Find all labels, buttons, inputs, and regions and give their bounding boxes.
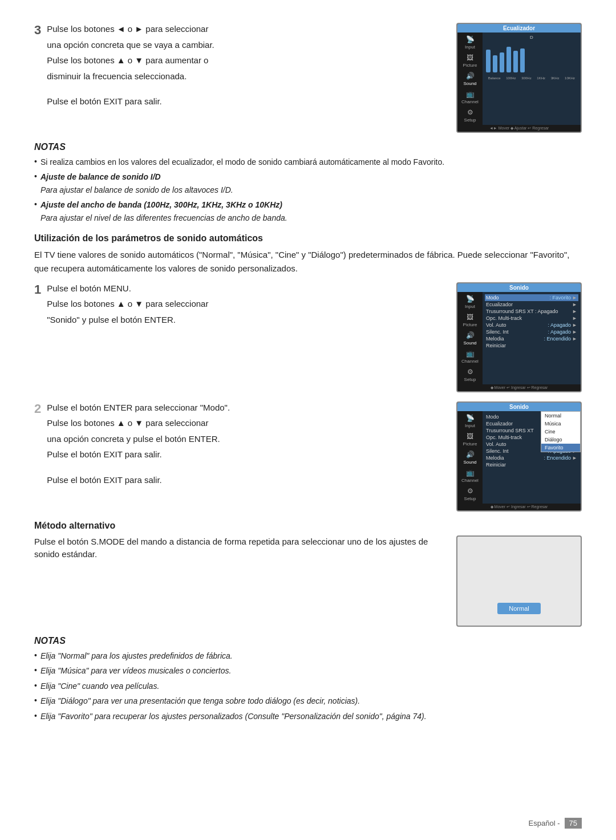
- s2-sidebar-sound: 🔊 Sound: [459, 450, 481, 465]
- s1-eq-arrow: ►: [572, 302, 577, 307]
- utilizacion-body: El TV tiene valores de sonido automático…: [34, 248, 582, 275]
- s2-input-icon: 📡: [465, 413, 475, 423]
- eq-tv-body: 📡 Input 🖼 Picture 🔊 Sound 📺 Channel ⚙: [457, 33, 581, 125]
- step-2-line2: Pulse los botones ▲ o ▼ para seleccionar: [47, 417, 445, 430]
- metodo-content-row: Pulse el botón S.MODE del mando a distan…: [34, 535, 582, 627]
- sonido-tv-screen-2: Sonido 📡 Input 🖼 Picture 🔊 Sound 📺 Chann…: [456, 401, 582, 512]
- eq-titlebar: Ecualizador: [457, 24, 581, 33]
- s2-sound-icon: 🔊: [465, 450, 475, 459]
- eq-label-10khz: 10KHz: [565, 76, 575, 80]
- notas-1-item2-italic: Para ajustar el balance de sonido de los…: [40, 185, 233, 194]
- sidebar-setup: ⚙ Setup: [459, 108, 481, 123]
- eq-tv-screen: Ecualizador 📡 Input 🖼 Picture 🔊 Sound 📺 …: [456, 23, 582, 133]
- page-number: 75: [569, 819, 577, 827]
- mode-dropdown: Normal Música Cine Diálogo Favorito: [541, 411, 581, 452]
- s1-channel-label: Channel: [461, 359, 479, 364]
- eq-label-balance: Balance: [488, 76, 501, 80]
- s1-setup-icon: ⚙: [465, 367, 475, 376]
- notas-1-body: • Si realiza cambios en los valores del …: [34, 156, 582, 224]
- s2-channel-icon: 📺: [465, 468, 475, 477]
- s1-modo-label: Modo: [486, 295, 550, 301]
- s2-input-label: Input: [465, 423, 475, 428]
- input-icon: 📡: [465, 35, 475, 44]
- eq-bar-6: [520, 48, 525, 72]
- footer-text: Español -: [529, 819, 560, 827]
- sidebar-sound: 🔊 Sound: [459, 71, 481, 86]
- notas-1-item2-text: Ajuste de balance de sonido I/D Para aju…: [40, 171, 233, 196]
- s1-tru-arrow: ►: [572, 309, 577, 314]
- s1-vol-arrow: ►: [572, 322, 577, 328]
- dropdown-dialogo[interactable]: Diálogo: [541, 436, 580, 444]
- s1-silenc-arrow: ►: [572, 329, 577, 335]
- s2-channel-label: Channel: [461, 478, 479, 483]
- s2-melodia-label: Melodia: [486, 455, 544, 461]
- s1-melodia-label: Melodia: [486, 336, 544, 342]
- dropdown-favorito[interactable]: Favorito: [541, 444, 580, 452]
- notas-1-title: NOTAS: [34, 142, 582, 152]
- sidebar-picture: 🖼 Picture: [459, 53, 481, 68]
- s1-row-modo: Modo : Favorito ►: [485, 294, 578, 301]
- step-1-line3: "Sonido" y pulse el botón ENTER.: [47, 314, 445, 327]
- bullet-1: •: [34, 156, 37, 168]
- s1-sidebar-setup: ⚙ Setup: [459, 367, 481, 382]
- step-3-line3: Pulse los botones ▲ o ▼ para aumentar o: [47, 54, 445, 67]
- step-2-line3: una opción concreta y pulse el botón ENT…: [47, 433, 445, 446]
- normal-screen: Normal: [456, 535, 582, 627]
- s1-sidebar-picture: 🖼 Picture: [459, 313, 481, 327]
- metodo-section: Método alternativo Pulse el botón S.MODE…: [34, 521, 582, 627]
- dropdown-cine[interactable]: Cine: [541, 428, 580, 436]
- notas-1-item3-bold: Ajuste del ancho de banda (100Hz, 300Hz,…: [40, 200, 282, 209]
- bullet-n2-3: •: [34, 680, 37, 692]
- eq-label-3khz: 3KHz: [551, 76, 560, 80]
- s1-opc-label: Opc. Multi-track: [486, 315, 571, 321]
- eq-d-label: D: [486, 35, 577, 40]
- sonido-2-tv-body: 📡 Input 🖼 Picture 🔊 Sound 📺 Channel ⚙: [457, 411, 581, 504]
- s2-reiniciar-label: Reiniciar: [486, 462, 577, 468]
- s1-row-melodia: Melodia : Encendido ►: [485, 335, 578, 342]
- s1-input-icon: 📡: [465, 294, 475, 303]
- s1-vol-value: : Apagado: [548, 322, 572, 328]
- s1-input-label: Input: [465, 304, 475, 309]
- metodo-title: Método alternativo: [34, 521, 582, 531]
- notas-2-section: NOTAS • Elija "Normal" para los ajustes …: [34, 636, 582, 723]
- notas-2-item2: • Elija "Música" para ver vídeos musical…: [34, 664, 582, 677]
- s1-row-opc: Opc. Multi-track ►: [485, 315, 578, 322]
- s1-melodia-value: : Encendido: [544, 336, 572, 342]
- notas-2-item4-text: Elija "Diálogo" para ver una presentació…: [40, 695, 360, 707]
- s2-sound-label: Sound: [463, 460, 476, 465]
- step-2-number: 2: [34, 401, 41, 416]
- notas-2-title: NOTAS: [34, 636, 582, 646]
- page-number-box: 75: [565, 818, 582, 829]
- step-2-content: Pulse el botón ENTER para seleccionar "M…: [47, 401, 456, 490]
- eq-label-100hz: 100Hz: [506, 76, 516, 80]
- eq-bar-1: [486, 50, 491, 72]
- dropdown-normal[interactable]: Normal: [541, 412, 580, 420]
- sonido-1-footer: ◆ Mover ↵ Ingresar ↩ Regresar: [457, 384, 581, 391]
- notas-2-body: • Elija "Normal" para los ajustes predef…: [34, 650, 582, 723]
- s1-row-vol: Vol. Auto : Apagado ►: [485, 322, 578, 328]
- setup-icon: ⚙: [465, 108, 475, 117]
- s1-reiniciar-label: Reiniciar: [486, 343, 577, 348]
- s1-tru-label: Trusurround SRS XT : Apagado: [486, 309, 571, 314]
- s1-eq-label: Ecualizador: [486, 302, 571, 307]
- notas-2-item3-text: Elija "Cine" cuando vea películas.: [40, 680, 159, 692]
- bullet-n2-1: •: [34, 650, 37, 662]
- sonido-1-titlebar: Sonido: [457, 283, 581, 292]
- s1-sidebar-input: 📡 Input: [459, 294, 481, 309]
- notas-1-item1-text: Si realiza cambios en los valores del ec…: [40, 156, 444, 168]
- bullet-n2-4: •: [34, 695, 37, 707]
- s1-picture-label: Picture: [463, 322, 477, 327]
- s1-row-trusurround: Trusurround SRS XT : Apagado ►: [485, 308, 578, 315]
- step-3-line1: Pulse los botones ◄ o ► para seleccionar: [47, 23, 445, 36]
- notas-1-section: NOTAS • Si realiza cambios en los valore…: [34, 142, 582, 224]
- dropdown-musica[interactable]: Música: [541, 420, 580, 428]
- notas-1-item1: • Si realiza cambios en los valores del …: [34, 156, 582, 168]
- s2-sidebar-setup: ⚙ Setup: [459, 486, 481, 501]
- eq-bar-3: [500, 52, 504, 72]
- eq-label-300hz: 300Hz: [521, 76, 531, 80]
- utilizacion-title: Utilización de los parámetros de sonido …: [34, 233, 582, 244]
- eq-sliders: [486, 44, 577, 72]
- notas-2-item5: • Elija "Favorito" para recuperar los aj…: [34, 710, 582, 723]
- page-footer: Español - 75: [529, 818, 582, 829]
- step-3-line4: disminuir la frecuencia seleccionada.: [47, 70, 445, 83]
